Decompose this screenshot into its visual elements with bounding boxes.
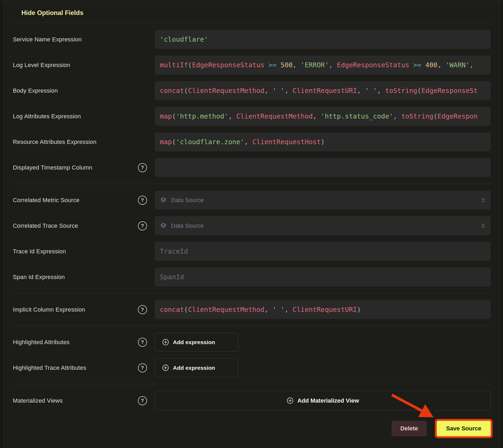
input-implicit-column-expression[interactable]: concat(ClientRequestMethod, ' ', ClientR… bbox=[155, 300, 491, 319]
field-cell-implicit-column-expression: concat(ClientRequestMethod, ' ', ClientR… bbox=[155, 300, 491, 319]
label-text-span-id-expression: Span Id Expression bbox=[13, 274, 65, 281]
add-button-label-highlighted-trace-attributes: Add expression bbox=[173, 365, 215, 371]
input-log-level-expression[interactable]: multiIf(EdgeResponseStatus >= 500, 'ERRO… bbox=[155, 56, 491, 74]
label-body-expression: Body Expression bbox=[13, 87, 155, 94]
form-row-resource-attributes-expression: Resource Attributes Expressionmap('cloud… bbox=[13, 132, 491, 151]
expression-value-resource-attributes-expression: map('cloudflare.zone', ClientRequestHost… bbox=[160, 138, 325, 146]
form-row-highlighted-attributes: Highlighted Attributes?Add expression bbox=[13, 333, 491, 352]
form-row-implicit-column-expression: Implicit Column Expression?concat(Client… bbox=[13, 300, 491, 319]
label-highlighted-attributes: Highlighted Attributes? bbox=[13, 339, 155, 346]
select-correlated-metric-source[interactable]: Data Source bbox=[155, 191, 491, 210]
select-placeholder-correlated-trace-source: Data Source bbox=[171, 222, 204, 229]
input-resource-attributes-expression[interactable]: map('cloudflare.zone', ClientRequestHost… bbox=[155, 132, 491, 151]
hide-optional-fields-toggle[interactable]: Hide Optional Fields bbox=[21, 9, 83, 17]
layers-icon bbox=[160, 222, 167, 229]
help-icon-highlighted-attributes[interactable]: ? bbox=[138, 338, 147, 347]
form-row-log-attributes-expression: Log Attributes Expressionmap('http.metho… bbox=[13, 107, 491, 126]
field-cell-materialized-views: Add Materialized View bbox=[155, 391, 491, 410]
input-log-attributes-expression[interactable]: map('http.method', ClientRequestMethod, … bbox=[155, 107, 491, 126]
label-text-log-level-expression: Log Level Expression bbox=[13, 62, 70, 69]
help-icon-correlated-trace-source[interactable]: ? bbox=[138, 221, 147, 230]
field-cell-service-name-expression: 'cloudflare' bbox=[155, 30, 491, 49]
field-cell-body-expression: concat(ClientRequestMethod, ' ', ClientR… bbox=[155, 81, 491, 100]
label-displayed-timestamp-column: Displayed Timestamp Column? bbox=[13, 164, 155, 171]
label-highlighted-trace-attributes: Highlighted Trace Attributes? bbox=[13, 364, 155, 371]
label-span-id-expression: Span Id Expression bbox=[13, 274, 155, 281]
chevron-up-down-icon bbox=[480, 223, 486, 229]
form-row-log-level-expression: Log Level ExpressionmultiIf(EdgeResponse… bbox=[13, 56, 491, 74]
form-actions: Delete Save Source bbox=[13, 419, 491, 438]
field-cell-highlighted-attributes: Add expression bbox=[155, 333, 491, 352]
label-text-service-name-expression: Service Name Expression bbox=[13, 36, 82, 43]
placeholder-trace-id-expression: TraceId bbox=[160, 247, 188, 255]
section-divider bbox=[13, 384, 491, 384]
field-cell-trace-id-expression: TraceId bbox=[155, 242, 491, 261]
section-divider bbox=[13, 326, 491, 326]
form-row-highlighted-trace-attributes: Highlighted Trace Attributes?Add express… bbox=[13, 358, 491, 377]
input-body-expression[interactable]: concat(ClientRequestMethod, ' ', ClientR… bbox=[155, 81, 491, 100]
label-text-resource-attributes-expression: Resource Attributes Expression bbox=[13, 139, 96, 146]
plus-circle-icon bbox=[287, 397, 294, 404]
label-text-implicit-column-expression: Implicit Column Expression bbox=[13, 306, 85, 313]
label-log-attributes-expression: Log Attributes Expression bbox=[13, 113, 155, 120]
form-row-span-id-expression: Span Id ExpressionSpanId bbox=[13, 268, 491, 286]
input-service-name-expression[interactable]: 'cloudflare' bbox=[155, 30, 491, 49]
plus-circle-icon bbox=[162, 339, 169, 346]
annotation-highlight-box: Save Source bbox=[435, 419, 493, 438]
field-cell-correlated-metric-source: Data Source bbox=[155, 191, 491, 210]
label-implicit-column-expression: Implicit Column Expression? bbox=[13, 306, 155, 313]
help-icon-displayed-timestamp-column[interactable]: ? bbox=[138, 163, 147, 172]
input-displayed-timestamp-column[interactable] bbox=[155, 158, 491, 177]
input-trace-id-expression[interactable]: TraceId bbox=[155, 242, 491, 261]
field-cell-log-attributes-expression: map('http.method', ClientRequestMethod, … bbox=[155, 107, 491, 126]
add-expression-button-highlighted-trace-attributes[interactable]: Add expression bbox=[155, 358, 238, 377]
select-correlated-trace-source[interactable]: Data Source bbox=[155, 216, 491, 235]
section-divider bbox=[13, 293, 491, 293]
label-log-level-expression: Log Level Expression bbox=[13, 62, 155, 69]
save-source-button[interactable]: Save Source bbox=[437, 421, 491, 436]
delete-button[interactable]: Delete bbox=[392, 421, 427, 436]
label-text-body-expression: Body Expression bbox=[13, 87, 58, 94]
form-row-service-name-expression: Service Name Expression'cloudflare' bbox=[13, 30, 491, 49]
label-text-trace-id-expression: Trace Id Expression bbox=[13, 248, 66, 255]
layers-icon bbox=[160, 197, 167, 204]
form-row-body-expression: Body Expressionconcat(ClientRequestMetho… bbox=[13, 81, 491, 100]
label-text-displayed-timestamp-column: Displayed Timestamp Column bbox=[13, 164, 92, 171]
form-row-materialized-views: Materialized Views?Add Materialized View bbox=[13, 391, 491, 410]
field-cell-highlighted-trace-attributes: Add expression bbox=[155, 358, 491, 377]
label-text-correlated-metric-source: Correlated Metric Source bbox=[13, 197, 79, 204]
label-text-highlighted-trace-attributes: Highlighted Trace Attributes bbox=[13, 364, 86, 371]
optional-fields-panel: Hide Optional Fields Service Name Expres… bbox=[3, 1, 500, 448]
optional-fields-form: Service Name Expression'cloudflare'Log L… bbox=[13, 30, 491, 410]
help-icon-materialized-views[interactable]: ? bbox=[138, 396, 147, 405]
expression-value-implicit-column-expression: concat(ClientRequestMethod, ' ', ClientR… bbox=[160, 306, 361, 313]
help-icon-implicit-column-expression[interactable]: ? bbox=[138, 305, 147, 314]
label-correlated-metric-source: Correlated Metric Source? bbox=[13, 197, 155, 204]
label-correlated-trace-source: Correlated Trace Source? bbox=[13, 222, 155, 229]
section-divider bbox=[13, 23, 491, 23]
field-cell-span-id-expression: SpanId bbox=[155, 268, 491, 286]
add-expression-button-highlighted-attributes[interactable]: Add expression bbox=[155, 333, 238, 352]
input-span-id-expression[interactable]: SpanId bbox=[155, 268, 491, 286]
help-icon-highlighted-trace-attributes[interactable]: ? bbox=[138, 363, 147, 372]
label-text-materialized-views: Materialized Views bbox=[13, 397, 63, 404]
field-cell-displayed-timestamp-column bbox=[155, 158, 491, 177]
expression-value-body-expression: concat(ClientRequestMethod, ' ', ClientR… bbox=[160, 87, 478, 95]
form-row-correlated-metric-source: Correlated Metric Source?Data Source bbox=[13, 191, 491, 210]
label-service-name-expression: Service Name Expression bbox=[13, 36, 155, 43]
add-materialized-view-button[interactable]: Add Materialized View bbox=[155, 391, 491, 410]
field-cell-resource-attributes-expression: map('cloudflare.zone', ClientRequestHost… bbox=[155, 132, 491, 151]
placeholder-span-id-expression: SpanId bbox=[160, 273, 184, 281]
label-text-correlated-trace-source: Correlated Trace Source bbox=[13, 222, 78, 229]
add-button-label-materialized-views: Add Materialized View bbox=[297, 397, 359, 404]
section-divider bbox=[13, 184, 491, 184]
label-trace-id-expression: Trace Id Expression bbox=[13, 248, 155, 255]
help-icon-correlated-metric-source[interactable]: ? bbox=[138, 196, 147, 205]
label-text-log-attributes-expression: Log Attributes Expression bbox=[13, 113, 81, 120]
form-row-trace-id-expression: Trace Id ExpressionTraceId bbox=[13, 242, 491, 261]
expression-value-log-attributes-expression: map('http.method', ClientRequestMethod, … bbox=[160, 112, 478, 120]
label-resource-attributes-expression: Resource Attributes Expression bbox=[13, 139, 155, 146]
chevron-up-down-icon bbox=[480, 197, 486, 203]
field-cell-correlated-trace-source: Data Source bbox=[155, 216, 491, 235]
expression-value-service-name-expression: 'cloudflare' bbox=[160, 36, 208, 43]
